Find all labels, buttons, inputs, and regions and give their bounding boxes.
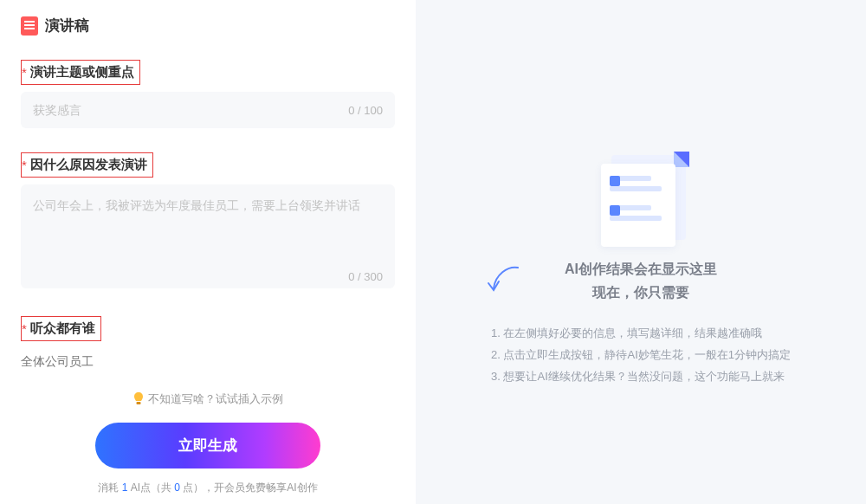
lightbulb-icon <box>132 391 145 407</box>
page-title: 演讲稿 <box>45 16 89 36</box>
field-topic: * 演讲主题或侧重点 0 / 100 <box>21 60 395 128</box>
label-topic-text: 演讲主题或侧重点 <box>30 64 134 81</box>
field-reason: * 因什么原因发表演讲 0 / 300 <box>21 152 395 292</box>
example-hint-text: 不知道写啥？试试插入示例 <box>148 391 283 407</box>
reason-counter: 0 / 300 <box>348 270 383 283</box>
document-illustration-icon <box>589 152 693 247</box>
label-audience: * 听众都有谁 <box>21 316 101 341</box>
audience-input[interactable] <box>21 354 395 368</box>
example-hint[interactable]: 不知道写啥？试试插入示例 <box>21 391 395 407</box>
result-panel: AI创作结果会在显示这里 现在，你只需要 1. 在左侧填好必要的信息，填写越详细… <box>416 0 866 504</box>
speech-doc-icon <box>21 16 38 36</box>
topic-counter: 0 / 100 <box>348 104 383 117</box>
required-star-icon: * <box>22 321 27 336</box>
page-header: 演讲稿 <box>21 16 395 36</box>
label-reason-text: 因什么原因发表演讲 <box>30 157 147 173</box>
reason-textarea[interactable] <box>21 184 395 288</box>
generate-button[interactable]: 立即生成 <box>95 423 320 468</box>
cost-info: 消耗 1 AI点（共 0 点），开会员免费畅享AI创作 <box>21 481 395 495</box>
label-topic: * 演讲主题或侧重点 <box>21 60 140 85</box>
tip-item: 1. 在左侧填好必要的信息，填写越详细，结果越准确哦 <box>491 323 791 345</box>
field-audience: * 听众都有谁 <box>21 316 395 371</box>
label-reason: * 因什么原因发表演讲 <box>21 152 153 178</box>
required-star-icon: * <box>22 158 27 172</box>
tip-list: 1. 在左侧填好必要的信息，填写越详细，结果越准确哦 2. 点击立即生成按钮，静… <box>491 323 791 387</box>
svg-rect-0 <box>137 402 141 404</box>
required-star-icon: * <box>22 65 27 80</box>
label-audience-text: 听众都有谁 <box>30 320 95 337</box>
tip-item: 2. 点击立即生成按钮，静待AI妙笔生花，一般在1分钟内搞定 <box>491 345 791 366</box>
membership-link[interactable]: 开会员免费畅享AI创作 <box>214 481 317 494</box>
form-panel: 演讲稿 * 演讲主题或侧重点 0 / 100 * 因什么原因发表演讲 0 / 3… <box>0 0 416 504</box>
tip-item: 3. 想要让AI继续优化结果？当然没问题，这个功能马上就来 <box>491 366 791 388</box>
topic-input[interactable] <box>21 92 395 128</box>
result-heading: AI创作结果会在显示这里 现在，你只需要 <box>494 257 788 304</box>
curly-arrow-icon <box>483 262 525 300</box>
